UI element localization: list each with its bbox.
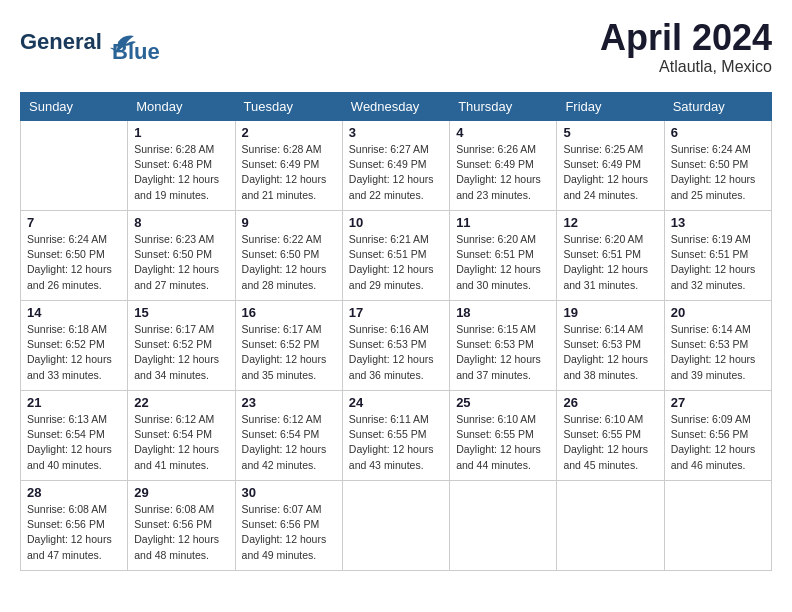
day-info: Sunrise: 6:10 AMSunset: 6:55 PMDaylight:… [456,412,550,473]
day-info: Sunrise: 6:25 AMSunset: 6:49 PMDaylight:… [563,142,657,203]
day-number: 27 [671,395,765,410]
day-number: 24 [349,395,443,410]
calendar-cell: 11Sunrise: 6:20 AMSunset: 6:51 PMDayligh… [450,211,557,301]
day-number: 7 [27,215,121,230]
day-info: Sunrise: 6:27 AMSunset: 6:49 PMDaylight:… [349,142,443,203]
calendar-cell [664,481,771,571]
calendar-cell: 16Sunrise: 6:17 AMSunset: 6:52 PMDayligh… [235,301,342,391]
day-number: 30 [242,485,336,500]
day-number: 1 [134,125,228,140]
day-info: Sunrise: 6:08 AMSunset: 6:56 PMDaylight:… [134,502,228,563]
day-number: 9 [242,215,336,230]
logo-blue: Blue [112,39,160,64]
calendar-cell: 29Sunrise: 6:08 AMSunset: 6:56 PMDayligh… [128,481,235,571]
calendar-cell: 13Sunrise: 6:19 AMSunset: 6:51 PMDayligh… [664,211,771,301]
col-saturday: Saturday [664,93,771,121]
calendar-cell: 18Sunrise: 6:15 AMSunset: 6:53 PMDayligh… [450,301,557,391]
day-info: Sunrise: 6:12 AMSunset: 6:54 PMDaylight:… [242,412,336,473]
day-info: Sunrise: 6:21 AMSunset: 6:51 PMDaylight:… [349,232,443,293]
calendar-cell: 28Sunrise: 6:08 AMSunset: 6:56 PMDayligh… [21,481,128,571]
logo: General Blue [20,20,160,64]
calendar-cell: 3Sunrise: 6:27 AMSunset: 6:49 PMDaylight… [342,121,449,211]
calendar-cell: 30Sunrise: 6:07 AMSunset: 6:56 PMDayligh… [235,481,342,571]
calendar-cell: 5Sunrise: 6:25 AMSunset: 6:49 PMDaylight… [557,121,664,211]
day-number: 12 [563,215,657,230]
day-number: 8 [134,215,228,230]
day-info: Sunrise: 6:20 AMSunset: 6:51 PMDaylight:… [563,232,657,293]
day-info: Sunrise: 6:24 AMSunset: 6:50 PMDaylight:… [671,142,765,203]
calendar-cell: 23Sunrise: 6:12 AMSunset: 6:54 PMDayligh… [235,391,342,481]
col-tuesday: Tuesday [235,93,342,121]
day-info: Sunrise: 6:07 AMSunset: 6:56 PMDaylight:… [242,502,336,563]
calendar-cell [342,481,449,571]
day-number: 4 [456,125,550,140]
col-sunday: Sunday [21,93,128,121]
calendar-cell: 22Sunrise: 6:12 AMSunset: 6:54 PMDayligh… [128,391,235,481]
day-number: 13 [671,215,765,230]
month-title: April 2024 [600,20,772,56]
day-number: 26 [563,395,657,410]
day-number: 28 [27,485,121,500]
calendar-cell: 12Sunrise: 6:20 AMSunset: 6:51 PMDayligh… [557,211,664,301]
calendar-cell: 6Sunrise: 6:24 AMSunset: 6:50 PMDaylight… [664,121,771,211]
col-friday: Friday [557,93,664,121]
calendar-week-3: 14Sunrise: 6:18 AMSunset: 6:52 PMDayligh… [21,301,772,391]
day-number: 5 [563,125,657,140]
calendar-cell [21,121,128,211]
calendar-cell: 2Sunrise: 6:28 AMSunset: 6:49 PMDaylight… [235,121,342,211]
calendar-cell [557,481,664,571]
calendar-cell: 26Sunrise: 6:10 AMSunset: 6:55 PMDayligh… [557,391,664,481]
day-info: Sunrise: 6:13 AMSunset: 6:54 PMDaylight:… [27,412,121,473]
calendar-cell: 7Sunrise: 6:24 AMSunset: 6:50 PMDaylight… [21,211,128,301]
day-number: 10 [349,215,443,230]
day-info: Sunrise: 6:23 AMSunset: 6:50 PMDaylight:… [134,232,228,293]
calendar-cell [450,481,557,571]
day-info: Sunrise: 6:28 AMSunset: 6:49 PMDaylight:… [242,142,336,203]
day-info: Sunrise: 6:08 AMSunset: 6:56 PMDaylight:… [27,502,121,563]
day-number: 17 [349,305,443,320]
day-number: 19 [563,305,657,320]
day-number: 3 [349,125,443,140]
calendar-header-row: Sunday Monday Tuesday Wednesday Thursday… [21,93,772,121]
title-block: April 2024 Atlautla, Mexico [600,20,772,76]
col-thursday: Thursday [450,93,557,121]
day-number: 11 [456,215,550,230]
calendar-cell: 17Sunrise: 6:16 AMSunset: 6:53 PMDayligh… [342,301,449,391]
day-info: Sunrise: 6:09 AMSunset: 6:56 PMDaylight:… [671,412,765,473]
day-info: Sunrise: 6:14 AMSunset: 6:53 PMDaylight:… [671,322,765,383]
calendar-cell: 15Sunrise: 6:17 AMSunset: 6:52 PMDayligh… [128,301,235,391]
calendar-cell: 9Sunrise: 6:22 AMSunset: 6:50 PMDaylight… [235,211,342,301]
day-number: 21 [27,395,121,410]
day-number: 18 [456,305,550,320]
day-number: 14 [27,305,121,320]
calendar-cell: 14Sunrise: 6:18 AMSunset: 6:52 PMDayligh… [21,301,128,391]
calendar-cell: 24Sunrise: 6:11 AMSunset: 6:55 PMDayligh… [342,391,449,481]
calendar-cell: 27Sunrise: 6:09 AMSunset: 6:56 PMDayligh… [664,391,771,481]
day-info: Sunrise: 6:19 AMSunset: 6:51 PMDaylight:… [671,232,765,293]
col-monday: Monday [128,93,235,121]
day-info: Sunrise: 6:17 AMSunset: 6:52 PMDaylight:… [134,322,228,383]
calendar-cell: 20Sunrise: 6:14 AMSunset: 6:53 PMDayligh… [664,301,771,391]
day-number: 2 [242,125,336,140]
col-wednesday: Wednesday [342,93,449,121]
day-info: Sunrise: 6:16 AMSunset: 6:53 PMDaylight:… [349,322,443,383]
day-number: 15 [134,305,228,320]
calendar-cell: 21Sunrise: 6:13 AMSunset: 6:54 PMDayligh… [21,391,128,481]
day-number: 20 [671,305,765,320]
day-info: Sunrise: 6:10 AMSunset: 6:55 PMDaylight:… [563,412,657,473]
day-info: Sunrise: 6:20 AMSunset: 6:51 PMDaylight:… [456,232,550,293]
location: Atlautla, Mexico [600,58,772,76]
day-info: Sunrise: 6:12 AMSunset: 6:54 PMDaylight:… [134,412,228,473]
calendar-cell: 1Sunrise: 6:28 AMSunset: 6:48 PMDaylight… [128,121,235,211]
day-number: 22 [134,395,228,410]
page-header: General Blue April 2024 Atlautla, Mexico [20,20,772,76]
calendar-week-2: 7Sunrise: 6:24 AMSunset: 6:50 PMDaylight… [21,211,772,301]
day-info: Sunrise: 6:14 AMSunset: 6:53 PMDaylight:… [563,322,657,383]
logo-general: General [20,29,102,54]
calendar-cell: 25Sunrise: 6:10 AMSunset: 6:55 PMDayligh… [450,391,557,481]
day-number: 23 [242,395,336,410]
calendar-week-5: 28Sunrise: 6:08 AMSunset: 6:56 PMDayligh… [21,481,772,571]
day-number: 25 [456,395,550,410]
day-info: Sunrise: 6:11 AMSunset: 6:55 PMDaylight:… [349,412,443,473]
calendar-table: Sunday Monday Tuesday Wednesday Thursday… [20,92,772,571]
